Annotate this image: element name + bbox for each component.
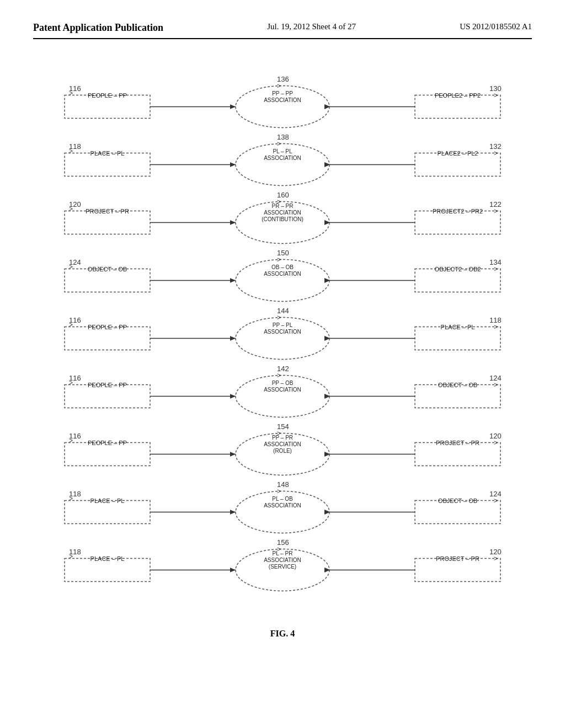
figure-label: FIG. 4 [33,629,532,639]
svg-text:>: > [277,314,281,322]
svg-text:PR – PR: PR – PR [272,203,294,209]
svg-text:>: > [69,379,73,387]
svg-text:PEOPLE – PP: PEOPLE – PP [88,440,127,446]
svg-text:OBJECT2 – OB2: OBJECT2 – OB2 [435,266,481,272]
header-right: US 2012/0185502 A1 [460,22,532,31]
svg-text:PLACE – PL: PLACE – PL [90,555,125,562]
diagram-row-row3: PROJECT – PRPROJECT2 – PR2PR – PRASSOCIA… [65,191,502,244]
svg-text:ASSOCIATION: ASSOCIATION [264,271,301,277]
diagram-row-row7: PEOPLE – PPPROJECT – PRPP – PRASSOCIATIO… [65,422,502,475]
svg-text:OBJECT – OB: OBJECT – OB [88,266,127,272]
svg-text:PEOPLE – PP: PEOPLE – PP [88,382,127,388]
svg-text:>: > [494,439,498,447]
svg-text:>: > [69,321,73,329]
svg-text:OBJECT – OB: OBJECT – OB [438,497,477,504]
svg-text:>: > [69,89,73,97]
svg-text:>: > [277,140,281,148]
diagram-svg: PEOPLE – PPPEOPLE2 – PP2PP – PPASSOCIATI… [48,61,517,610]
diagram-row-row1: PEOPLE – PPPEOPLE2 – PP2PP – PPASSOCIATI… [65,75,502,128]
page-header: Patent Application Publication Jul. 19, … [33,22,532,39]
svg-text:>: > [69,553,73,560]
svg-text:>: > [69,437,73,445]
svg-text:>: > [494,265,498,273]
svg-text:>: > [494,555,498,563]
svg-text:>: > [494,92,498,99]
svg-text:>: > [494,323,498,331]
svg-text:ASSOCIATION: ASSOCIATION [264,329,301,335]
diagram-row-row5: PEOPLE – PPPLACE – PLPP – PLASSOCIATION1… [65,307,502,360]
diagram-row-row6: PEOPLE – PPOBJECT – OBPP – OBASSOCIATION… [65,365,502,417]
svg-text:>: > [69,263,73,271]
svg-text:PLACE – PL: PLACE – PL [441,324,475,330]
svg-text:PL – PL: PL – PL [273,148,292,154]
svg-text:>: > [277,82,281,90]
svg-text:ASSOCIATION: ASSOCIATION [264,557,301,563]
svg-text:ASSOCIATION: ASSOCIATION [264,387,301,393]
diagram-container: PEOPLE – PPPEOPLE2 – PP2PP – PPASSOCIATI… [48,61,517,612]
diagram-row-row8: PLACE – PLOBJECT – OBPL – OBASSOCIATION1… [65,480,502,533]
header-left: Patent Application Publication [33,22,163,34]
svg-text:>: > [69,495,73,502]
svg-text:(CONTIBUTION): (CONTIBUTION) [262,216,303,222]
svg-text:ASSOCIATION: ASSOCIATION [264,502,301,508]
svg-text:PEOPLE2 – PP2: PEOPLE2 – PP2 [435,92,481,99]
svg-text:>: > [277,256,281,264]
svg-text:ASSOCIATION: ASSOCIATION [264,97,301,103]
svg-text:PL – PR: PL – PR [273,550,293,556]
svg-text:ASSOCIATION: ASSOCIATION [264,155,301,161]
svg-text:PROJECT2 – PR2: PROJECT2 – PR2 [433,208,483,215]
svg-text:PP – OB: PP – OB [272,380,294,386]
page: Patent Application Publication Jul. 19, … [0,0,565,728]
svg-text:>: > [494,381,498,389]
svg-text:PEOPLE – PP: PEOPLE – PP [88,92,127,99]
svg-text:OBJECT – OB: OBJECT – OB [438,382,477,388]
svg-text:>: > [69,205,73,213]
svg-text:PEOPLE – PP: PEOPLE – PP [88,324,127,330]
svg-text:PROJECT – PR: PROJECT – PR [436,440,479,446]
diagram-row-row2: PLACE – PLPLACE2 – PL2PL – PLASSOCIATION… [65,133,502,186]
diagram-row-row9: PLACE – PLPROJECT – PRPL – PRASSOCIATION… [65,538,502,591]
svg-text:>: > [69,147,73,155]
svg-text:PP – PP: PP – PP [272,90,293,97]
svg-text:PP – PR: PP – PR [272,435,293,441]
svg-text:>: > [277,488,281,495]
svg-text:>: > [494,207,498,215]
svg-text:>: > [494,149,498,157]
svg-text:ASSOCIATION: ASSOCIATION [264,441,301,447]
svg-text:PLACE2 – PL2: PLACE2 – PL2 [438,150,478,157]
svg-text:(SERVICE): (SERVICE) [269,564,296,570]
svg-text:PROJECT – PR: PROJECT – PR [86,208,129,215]
svg-text:PLACE – PL: PLACE – PL [90,150,125,157]
svg-text:>: > [277,198,281,206]
diagram-row-row4: OBJECT – OBOBJECT2 – OB2OB – OBASSOCIATI… [65,249,502,302]
svg-text:(ROLE): (ROLE) [273,448,292,454]
svg-text:OB – OB: OB – OB [271,264,294,270]
svg-text:PP – PL: PP – PL [273,322,293,328]
svg-text:>: > [277,430,281,437]
svg-text:ASSOCIATION: ASSOCIATION [264,210,301,216]
svg-text:PLACE – PL: PLACE – PL [90,497,125,504]
svg-text:PROJECT – PR: PROJECT – PR [436,555,479,562]
svg-text:>: > [277,372,281,379]
svg-text:>: > [277,545,281,553]
svg-text:>: > [494,497,498,505]
svg-text:PL – OB: PL – OB [272,496,293,502]
header-center: Jul. 19, 2012 Sheet 4 of 27 [267,22,356,31]
